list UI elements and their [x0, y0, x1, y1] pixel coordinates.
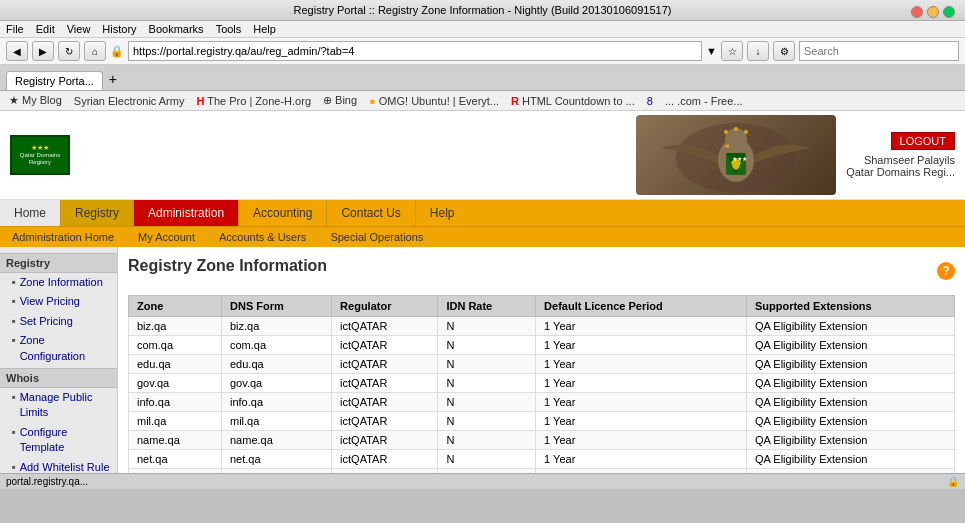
table-row[interactable]: org.qaorg.qaictQATARN1 YearQA Eligibilit…	[129, 469, 955, 474]
table-cell: 1 Year	[536, 431, 747, 450]
nav-home[interactable]: Home	[0, 200, 61, 226]
table-cell: N	[438, 393, 536, 412]
table-cell: N	[438, 412, 536, 431]
nav-registry[interactable]: Registry	[61, 200, 134, 226]
table-cell: name.qa	[222, 431, 332, 450]
sub-navigation: Administration Home My Account Accounts …	[0, 226, 965, 247]
zone-table: Zone DNS Form Regulator IDN Rate Default…	[128, 295, 955, 473]
star-button[interactable]: ☆	[721, 41, 743, 61]
address-input[interactable]	[128, 41, 702, 61]
table-cell: gov.qa	[129, 374, 222, 393]
user-name: Shamseer Palayils	[846, 154, 955, 166]
table-cell: ictQATAR	[332, 450, 438, 469]
minimize-button[interactable]	[927, 6, 939, 18]
table-cell: 1 Year	[536, 355, 747, 374]
nav-contact[interactable]: Contact Us	[327, 200, 415, 226]
tab-label: Registry Porta...	[15, 75, 94, 87]
table-row[interactable]: gov.qagov.qaictQATARN1 YearQA Eligibilit…	[129, 374, 955, 393]
sidebar-item-zone-information[interactable]: Zone Information	[0, 273, 117, 292]
title-bar: Registry Portal :: Registry Zone Informa…	[0, 0, 965, 21]
menu-edit[interactable]: Edit	[36, 23, 55, 35]
table-row[interactable]: info.qainfo.qaictQATARN1 YearQA Eligibil…	[129, 393, 955, 412]
table-cell: net.qa	[129, 450, 222, 469]
sidebar-item-add-whitelist[interactable]: Add Whitelist Rule	[0, 458, 117, 473]
table-cell: N	[438, 317, 536, 336]
close-button[interactable]	[911, 6, 923, 18]
table-cell: QA Eligibility Extension	[746, 317, 954, 336]
table-cell: 1 Year	[536, 412, 747, 431]
sidebar-item-view-pricing[interactable]: View Pricing	[0, 292, 117, 311]
table-row[interactable]: mil.qamil.qaictQATARN1 YearQA Eligibilit…	[129, 412, 955, 431]
nav-administration[interactable]: Administration	[134, 200, 239, 226]
new-tab-button[interactable]: +	[103, 68, 123, 90]
nav-help[interactable]: Help	[416, 200, 469, 226]
bookmark-com[interactable]: ... .com - Free...	[662, 94, 746, 108]
settings-icon[interactable]: ⚙	[773, 41, 795, 61]
menu-history[interactable]: History	[102, 23, 136, 35]
lock-icon: 🔒	[110, 45, 124, 58]
subnav-accounts-users[interactable]: Accounts & Users	[207, 227, 318, 247]
table-cell: QA Eligibility Extension	[746, 431, 954, 450]
table-cell: name.qa	[129, 431, 222, 450]
main-navigation: Home Registry Administration Accounting …	[0, 200, 965, 226]
search-input[interactable]	[799, 41, 959, 61]
sidebar-item-manage-limits[interactable]: Manage Public Limits	[0, 388, 117, 423]
svg-point-7	[734, 127, 738, 131]
bookmark-html[interactable]: R HTML Countdown to ...	[508, 94, 638, 108]
sidebar-item-configure-template[interactable]: Configure Template	[0, 423, 117, 458]
sidebar-item-zone-config[interactable]: Zone Configuration	[0, 331, 117, 366]
sidebar-item-set-pricing[interactable]: Set Pricing	[0, 312, 117, 331]
maximize-button[interactable]	[943, 6, 955, 18]
download-button[interactable]: ↓	[747, 41, 769, 61]
col-regulator: Regulator	[332, 296, 438, 317]
subnav-admin-home[interactable]: Administration Home	[0, 227, 126, 247]
table-row[interactable]: net.qanet.qaictQATARN1 YearQA Eligibilit…	[129, 450, 955, 469]
table-row[interactable]: name.qaname.qaictQATARN1 YearQA Eligibil…	[129, 431, 955, 450]
refresh-icon[interactable]: ▼	[706, 45, 717, 57]
menu-file[interactable]: File	[6, 23, 24, 35]
table-cell: info.qa	[222, 393, 332, 412]
status-url: portal.registry.qa...	[6, 476, 88, 487]
menu-view[interactable]: View	[67, 23, 91, 35]
table-cell: info.qa	[129, 393, 222, 412]
content-wrapper: Registry Zone Information View Pricing S…	[0, 247, 965, 473]
sidebar-section-registry: Registry	[0, 253, 117, 273]
help-icon[interactable]: ?	[937, 262, 955, 280]
table-cell: edu.qa	[129, 355, 222, 374]
subnav-my-account[interactable]: My Account	[126, 227, 207, 247]
table-cell: QA Eligibility Extension	[746, 374, 954, 393]
bookmark-myblog[interactable]: ★ My Blog	[6, 93, 65, 108]
menu-tools[interactable]: Tools	[216, 23, 242, 35]
table-cell: biz.qa	[129, 317, 222, 336]
back-button[interactable]: ◀	[6, 41, 28, 61]
table-cell: QA Eligibility Extension	[746, 450, 954, 469]
bookmark-g[interactable]: 8	[644, 94, 656, 108]
bookmark-omg[interactable]: ● OMG! Ubuntu! | Everyt...	[366, 94, 502, 108]
bookmark-sea[interactable]: Syrian Electronic Army	[71, 94, 188, 108]
forward-button[interactable]: ▶	[32, 41, 54, 61]
user-info: Shamseer Palayils Qatar Domains Regi...	[846, 154, 955, 178]
logout-button[interactable]: LOGOUT	[891, 132, 955, 150]
col-idn: IDN Rate	[438, 296, 536, 317]
table-row[interactable]: com.qacom.qaictQATARN1 YearQA Eligibilit…	[129, 336, 955, 355]
bookmark-bing[interactable]: ⊕ Bing	[320, 93, 360, 108]
table-cell: 1 Year	[536, 374, 747, 393]
table-cell: org.qa	[129, 469, 222, 474]
nav-accounting[interactable]: Accounting	[239, 200, 327, 226]
bookmark-thepro[interactable]: H The Pro | Zone-H.org	[193, 94, 314, 108]
table-cell: com.qa	[222, 336, 332, 355]
home-button[interactable]: ⌂	[84, 41, 106, 61]
table-cell: 1 Year	[536, 317, 747, 336]
active-tab[interactable]: Registry Porta...	[6, 71, 103, 90]
table-row[interactable]: edu.qaedu.qaictQATARN1 YearQA Eligibilit…	[129, 355, 955, 374]
reload-button[interactable]: ↻	[58, 41, 80, 61]
sidebar-section-whois: Whois	[0, 368, 117, 388]
col-licence: Default Licence Period	[536, 296, 747, 317]
table-cell: net.qa	[222, 450, 332, 469]
menu-bookmarks[interactable]: Bookmarks	[149, 23, 204, 35]
menu-help[interactable]: Help	[253, 23, 276, 35]
subnav-special-ops[interactable]: Special Operations	[318, 227, 435, 247]
table-cell: QA Eligibility Extension	[746, 469, 954, 474]
table-row[interactable]: biz.qabiz.qaictQATARN1 YearQA Eligibilit…	[129, 317, 955, 336]
status-bar: portal.registry.qa... 🔒	[0, 473, 965, 489]
